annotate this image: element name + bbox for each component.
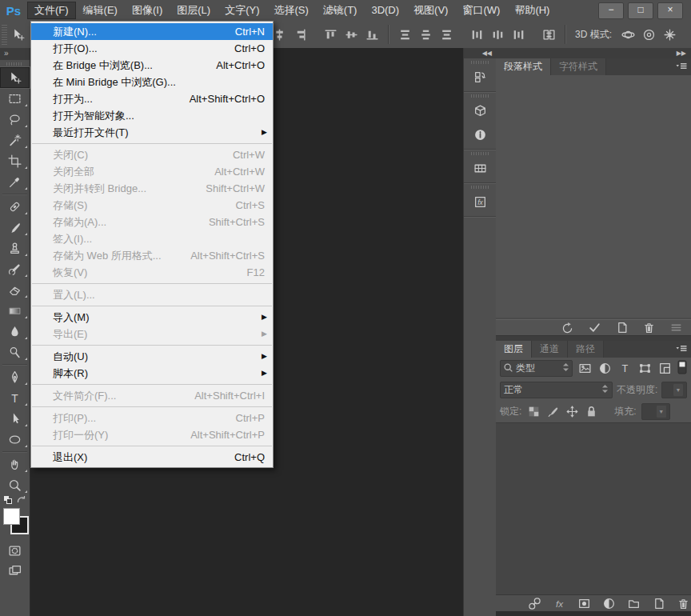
menu-filter[interactable]: 滤镜(T) (316, 2, 365, 19)
menu-select[interactable]: 选择(S) (266, 2, 315, 19)
paragraph-tab[interactable]: 段落样式 (496, 58, 551, 75)
screen-mode-button[interactable] (0, 560, 30, 581)
filter-type-button[interactable]: T (615, 361, 635, 377)
align-vcenter-button[interactable] (342, 26, 361, 43)
paragraph-tab[interactable]: 字符样式 (551, 58, 606, 75)
menu-window[interactable]: 窗口(W) (455, 2, 507, 19)
clone-stamp-tool[interactable] (0, 238, 30, 258)
reset-style-button[interactable] (557, 320, 577, 336)
eraser-tool[interactable] (0, 279, 30, 300)
horizontal-type-tool[interactable]: T (0, 387, 30, 408)
dist-vcenter-button[interactable] (416, 26, 435, 43)
align-bottom-button[interactable] (362, 26, 381, 43)
styles-fx-panel-icon[interactable]: fx (464, 190, 496, 214)
filter-shape-button[interactable] (635, 361, 655, 377)
dock-collapse-chevron[interactable]: ◀◀ (464, 48, 496, 58)
blur-tool[interactable] (0, 321, 30, 342)
layer-mask-button[interactable] (576, 595, 592, 611)
pen-tool[interactable] (0, 366, 30, 387)
m3d-roll-button[interactable] (639, 26, 658, 43)
tools-panel-header[interactable]: » (0, 48, 30, 60)
layers-panel-menu-icon[interactable] (675, 344, 688, 356)
close-button[interactable]: × (657, 2, 683, 19)
brush-tool[interactable] (0, 217, 30, 238)
maximize-button[interactable]: □ (628, 2, 653, 19)
info-panel-icon[interactable] (464, 122, 496, 146)
layer-group-button[interactable] (625, 595, 641, 611)
menu-layer[interactable]: 图层(L) (170, 2, 218, 19)
file-menu-item[interactable]: 在 Bridge 中浏览(B)...Alt+Ctrl+O (31, 57, 273, 74)
file-menu-item[interactable]: 导入(M)▶ (31, 309, 273, 326)
layers-tab[interactable]: 路径 (568, 341, 604, 358)
clone-source-panel-icon[interactable] (464, 65, 496, 89)
minimize-button[interactable]: − (598, 2, 624, 19)
menu-view[interactable]: 视图(V) (406, 2, 455, 19)
path-selection-tool[interactable] (0, 408, 30, 429)
crop-tool[interactable] (0, 150, 30, 171)
file-menu-item[interactable]: 自动(U)▶ (31, 348, 273, 365)
foreground-color-swatch[interactable] (3, 508, 20, 525)
file-menu-item[interactable]: 脚本(R)▶ (31, 365, 273, 382)
file-menu-item[interactable]: 打开为...Alt+Shift+Ctrl+O (31, 90, 273, 107)
apply-style-button[interactable] (585, 320, 605, 336)
layer-filter-dropdown[interactable]: 类型 (500, 360, 573, 377)
properties-3d-panel-icon[interactable] (464, 98, 496, 122)
spot-healing-brush-tool[interactable] (0, 196, 30, 217)
swatches-grid-panel-icon[interactable] (464, 156, 496, 180)
filter-adjustment-button[interactable] (595, 361, 615, 377)
file-menu-item[interactable]: 最近打开文件(T)▶ (31, 124, 273, 141)
dist-bottom-button[interactable] (437, 26, 456, 43)
zoom-tool[interactable] (0, 474, 30, 495)
default-colors-icon[interactable] (3, 495, 13, 507)
file-menu-item[interactable]: 打开为智能对象... (31, 107, 273, 124)
lock-position-button[interactable] (565, 405, 579, 419)
menu-edit[interactable]: 编辑(E) (76, 2, 125, 19)
file-menu-item[interactable]: 新建(N)...Ctrl+N (31, 23, 273, 40)
file-menu-item[interactable]: 在 Mini Bridge 中浏览(G)... (31, 74, 273, 90)
lock-all-button[interactable] (584, 405, 598, 419)
dodge-tool[interactable] (0, 342, 30, 362)
options-bar-grip[interactable] (2, 24, 7, 45)
lock-transparency-button[interactable] (526, 405, 541, 419)
panel-expand-chevron[interactable]: ▶▶ (496, 48, 691, 58)
layers-tab[interactable]: 图层 (496, 341, 532, 358)
adjustment-layer-button[interactable] (601, 595, 617, 611)
gradient-tool[interactable] (0, 300, 30, 321)
filter-smart-object-button[interactable] (655, 361, 675, 377)
move-tool[interactable] (0, 67, 30, 88)
file-menu-item[interactable]: 退出(X)Ctrl+Q (31, 449, 273, 466)
ellipse-shape-tool[interactable] (0, 429, 30, 450)
lock-pixels-button[interactable] (545, 405, 560, 419)
layers-tab[interactable]: 通道 (532, 341, 568, 358)
file-menu-item[interactable]: 打开(O)...Ctrl+O (31, 40, 273, 57)
align-right-button[interactable] (290, 26, 310, 43)
layer-style-fx-button[interactable]: fx (551, 595, 567, 611)
menu-file[interactable]: 文件(F) (27, 2, 76, 19)
m3d-orbit-button[interactable] (618, 26, 637, 43)
dist-right-button[interactable] (509, 26, 528, 43)
extra-button[interactable] (666, 320, 686, 336)
blend-mode-dropdown[interactable]: 正常 (500, 382, 613, 398)
dist-top-button[interactable] (395, 26, 414, 43)
paragraph-panel-menu-icon[interactable] (675, 62, 688, 74)
history-brush-tool[interactable] (0, 258, 30, 279)
filter-image-button[interactable] (575, 361, 595, 377)
dist-hcenter-button[interactable] (488, 26, 507, 43)
auto-align-layers-button[interactable] (539, 26, 558, 43)
quick-mask-button[interactable] (0, 541, 30, 560)
link-layers-button[interactable] (526, 595, 542, 611)
menu-help[interactable]: 帮助(H) (507, 2, 557, 19)
hand-tool[interactable] (0, 454, 30, 474)
delete-style-button[interactable] (639, 320, 659, 336)
rectangular-marquee-tool[interactable] (0, 88, 30, 109)
align-top-button[interactable] (321, 26, 340, 43)
delete-layer-button[interactable] (675, 595, 691, 611)
lasso-tool[interactable] (0, 109, 30, 130)
swap-colors-icon[interactable] (16, 495, 26, 507)
new-style-button[interactable] (612, 320, 632, 336)
menu-type[interactable]: 文字(Y) (218, 2, 266, 19)
layer-filter-toggle[interactable] (677, 360, 687, 377)
dist-left-button[interactable] (467, 26, 486, 43)
tools-panel-grip[interactable] (6, 62, 23, 66)
eyedropper-tool[interactable] (0, 171, 30, 192)
